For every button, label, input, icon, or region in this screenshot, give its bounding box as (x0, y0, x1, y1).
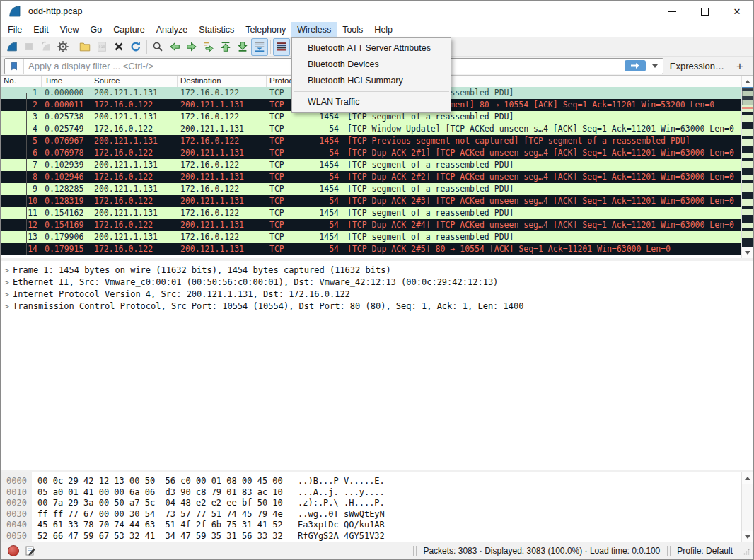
cell-time: 0.102939 (42, 159, 91, 171)
menu-item-go[interactable]: Go (85, 22, 108, 37)
auto-scroll-icon[interactable] (251, 38, 268, 56)
cell-length: 54 (305, 195, 342, 207)
hex-dump-pane: 000000 0c 29 42 12 13 00 50 56 c0 00 01 … (1, 472, 753, 542)
find-packet-icon[interactable] (149, 38, 166, 56)
hex-row-0000[interactable]: 000000 0c 29 42 12 13 00 50 56 c0 00 01 … (1, 476, 741, 487)
packet-row-10[interactable]: 100.128319172.16.0.122200.121.1.131TCP54… (1, 195, 741, 207)
column-header-source[interactable]: Source (91, 76, 178, 87)
menu-item-statistics[interactable]: Statistics (193, 22, 240, 37)
menu-item-capture[interactable]: Capture (108, 22, 150, 37)
go-forward-icon[interactable] (183, 38, 200, 56)
packet-row-11[interactable]: 110.154162200.121.1.131172.16.0.122TCP14… (1, 207, 741, 219)
start-capture-icon[interactable] (4, 38, 21, 56)
scroll-down-button[interactable] (742, 247, 753, 258)
hex-row-0030[interactable]: 0030ff ff 77 67 00 00 30 54 73 57 77 51 … (1, 509, 741, 520)
menu-item-wireless[interactable]: Wireless (291, 22, 337, 37)
wireless-menu-item-bluetooth-hci-summary[interactable]: Bluetooth HCI Summary (292, 73, 451, 89)
maximize-button[interactable] (688, 1, 721, 22)
hex-scroll-down-button[interactable] (742, 531, 753, 542)
minimize-button[interactable] (656, 1, 688, 22)
hex-scrollbar[interactable] (741, 472, 753, 542)
triangle-up-icon (745, 80, 750, 83)
cell-destination: 200.121.1.131 (178, 195, 267, 207)
expression-button[interactable]: Expression… (663, 61, 731, 71)
reload-file-icon[interactable] (127, 38, 144, 56)
menu-item-help[interactable]: Help (369, 22, 398, 37)
restart-capture-icon[interactable] (37, 38, 54, 56)
menu-item-tools[interactable]: Tools (337, 22, 369, 37)
packet-row-13[interactable]: 130.179906200.121.1.131172.16.0.122TCP14… (1, 231, 741, 243)
packet-details-pane: >Frame 1: 1454 bytes on wire (11632 bits… (1, 261, 753, 470)
detail-row[interactable]: >Ethernet II, Src: Vmware_c0:00:01 (00:5… (1, 276, 753, 288)
hex-row-0010[interactable]: 001005 a0 01 41 00 00 6a 06 d3 90 c8 79 … (1, 487, 741, 498)
colorize-packets-icon[interactable] (273, 38, 290, 56)
expert-info-icon[interactable] (8, 545, 19, 556)
expand-chevron-icon[interactable]: > (1, 288, 13, 301)
hex-row-0040[interactable]: 004045 61 33 78 70 74 44 63 51 4f 2f 6b … (1, 520, 741, 531)
column-header-destination[interactable]: Destination (178, 76, 267, 87)
filter-dropdown-caret[interactable] (649, 60, 661, 71)
wireless-menu-item-bluetooth-att-server-attributes[interactable]: Bluetooth ATT Server Attributes (292, 40, 451, 57)
resize-grip[interactable] (741, 547, 750, 556)
packet-row-5[interactable]: 50.076967200.121.1.131172.16.0.122TCP145… (1, 135, 741, 147)
packet-row-6[interactable]: 60.076978172.16.0.122200.121.1.131TCP54[… (1, 147, 741, 159)
cell-source: 172.16.0.122 (91, 99, 178, 111)
packet-row-4[interactable]: 40.025749172.16.0.122200.121.1.131TCP54[… (1, 123, 741, 135)
go-back-icon[interactable] (166, 38, 183, 56)
capture-comment-button[interactable] (24, 544, 37, 557)
scrollbar-thumb[interactable] (742, 88, 753, 105)
menu-item-telephony[interactable]: Telephony (240, 22, 291, 37)
add-filter-button[interactable]: + (731, 60, 750, 72)
scroll-up-button[interactable] (742, 76, 753, 87)
detail-text: Frame 1: 1454 bytes on wire (11632 bits)… (13, 264, 391, 276)
close-file-icon[interactable] (110, 38, 127, 56)
detail-row[interactable]: >Transmission Control Protocol, Src Port… (1, 301, 753, 313)
hex-bytes: 45 61 33 78 70 74 44 63 51 4f 2f 6b 75 3… (32, 520, 285, 531)
apply-filter-button[interactable] (625, 60, 646, 71)
detail-row[interactable]: >Frame 1: 1454 bytes on wire (11632 bits… (1, 264, 753, 276)
go-to-packet-icon[interactable] (200, 38, 217, 56)
detail-row[interactable]: >Internet Protocol Version 4, Src: 200.1… (1, 288, 753, 301)
column-header-no[interactable]: No. (1, 76, 42, 87)
column-header-time[interactable]: Time (42, 76, 91, 87)
close-button[interactable]: ✕ (721, 1, 753, 22)
hex-bytes: 05 a0 01 41 00 00 6a 06 d3 90 c8 79 01 8… (32, 487, 285, 498)
packet-row-8[interactable]: 80.102946172.16.0.122200.121.1.131TCP54[… (1, 171, 741, 183)
packet-row-7[interactable]: 70.102939200.121.1.131172.16.0.122TCP145… (1, 159, 741, 171)
packet-row-12[interactable]: 120.154169172.16.0.122200.121.1.131TCP54… (1, 219, 741, 231)
stop-capture-icon[interactable] (21, 38, 37, 56)
menu-item-analyze[interactable]: Analyze (151, 22, 193, 37)
hex-row-0020[interactable]: 002000 7a 29 3a 00 50 a7 5c 04 48 e2 e2 … (1, 498, 741, 509)
cell-time: 0.076967 (42, 135, 91, 147)
cell-no: 2 (1, 99, 42, 111)
cell-protocol: TCP (267, 135, 305, 147)
menu-item-edit[interactable]: Edit (28, 22, 54, 37)
cell-destination: 172.16.0.122 (178, 183, 267, 195)
cell-source: 200.121.1.131 (91, 183, 178, 195)
wireless-menu-item-bluetooth-devices[interactable]: Bluetooth Devices (292, 57, 451, 73)
packet-row-14[interactable]: 140.179915172.16.0.122200.121.1.131TCP54… (1, 243, 741, 255)
filter-bookmark-button[interactable] (5, 59, 24, 74)
expand-chevron-icon[interactable]: > (1, 301, 13, 313)
profile-label[interactable]: Profile: Default (671, 546, 738, 556)
wireless-menu-item-wlan-traffic[interactable]: WLAN Traffic (292, 94, 451, 110)
expand-chevron-icon[interactable]: > (1, 264, 13, 276)
save-file-icon[interactable]: 010 (93, 38, 110, 56)
hex-scroll-up-button[interactable] (742, 472, 753, 484)
expand-chevron-icon[interactable]: > (1, 276, 13, 288)
menu-item-file[interactable]: File (2, 22, 28, 37)
hex-bytes: ff ff 77 67 00 00 30 54 73 57 77 51 74 4… (32, 509, 285, 520)
cell-time: 0.179915 (42, 243, 91, 255)
packets-summary: Packets: 3083 · Displayed: 3083 (100.0%)… (417, 546, 666, 556)
cell-no: 13 (1, 231, 42, 243)
packet-row-9[interactable]: 90.128285200.121.1.131172.16.0.122TCP145… (1, 183, 741, 195)
packet-minimap[interactable] (742, 88, 753, 247)
menu-item-view[interactable]: View (54, 22, 85, 37)
hex-row-0050[interactable]: 005052 66 47 59 67 53 32 41 34 47 59 35 … (1, 531, 741, 542)
hex-ascii: Ea3xptDc QO/ku1AR (285, 520, 385, 531)
capture-options-icon[interactable] (54, 38, 71, 56)
go-last-icon[interactable] (234, 38, 251, 56)
open-file-icon[interactable] (76, 38, 93, 56)
go-first-icon[interactable] (217, 38, 234, 56)
packet-list-scrollbar[interactable] (741, 76, 753, 258)
